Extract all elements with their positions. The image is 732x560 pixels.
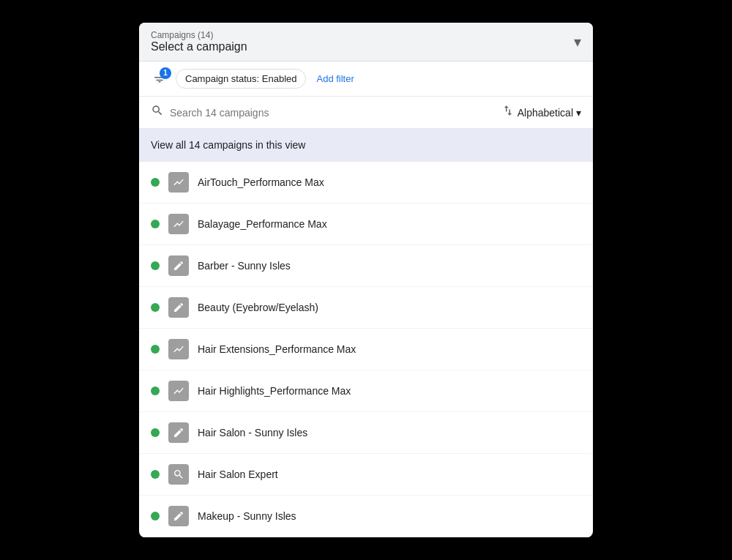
add-filter-button[interactable]: Add filter bbox=[313, 70, 356, 88]
search-sort-bar: Alphabetical ▾ bbox=[139, 97, 593, 129]
campaign-item[interactable]: Hair Extensions_Performance Max bbox=[139, 329, 593, 370]
select-campaign-label: Select a campaign bbox=[151, 40, 247, 53]
campaign-item[interactable]: Hair Salon Expert bbox=[139, 454, 593, 496]
sort-icon bbox=[501, 104, 515, 121]
status-dot bbox=[151, 470, 160, 479]
search-icon bbox=[151, 104, 164, 121]
campaign-type-icon bbox=[168, 506, 189, 526]
campaign-name: Hair Highlights_Performance Max bbox=[198, 385, 351, 397]
status-dot bbox=[151, 220, 160, 228]
filter-badge: 1 bbox=[160, 67, 171, 79]
status-dot bbox=[151, 428, 160, 437]
campaign-type-icon bbox=[168, 381, 189, 401]
status-dot bbox=[151, 303, 160, 312]
sort-dropdown-icon: ▾ bbox=[576, 107, 581, 119]
campaign-name: Hair Salon Expert bbox=[198, 468, 278, 480]
status-dot bbox=[151, 512, 160, 520]
view-all-row[interactable]: View all 14 campaigns in this view bbox=[139, 129, 593, 162]
campaign-name: Hair Salon - Sunny Isles bbox=[198, 427, 307, 438]
filter-icon-wrap[interactable]: 1 bbox=[151, 70, 168, 88]
campaign-name: Hair Extensions_Performance Max bbox=[198, 343, 356, 355]
dropdown-icon: ▾ bbox=[574, 33, 581, 51]
status-dot bbox=[151, 387, 160, 395]
campaign-name: Balayage_Performance Max bbox=[198, 218, 327, 230]
campaign-list: AirTouch_Performance Max Balayage_Perfor… bbox=[139, 162, 593, 537]
campaign-item[interactable]: Beauty (Eyebrow/Eyelash) bbox=[139, 287, 593, 329]
campaign-type-icon bbox=[168, 297, 189, 318]
campaign-panel: Campaigns (14) Select a campaign ▾ 1 Cam… bbox=[139, 23, 593, 537]
campaign-name: Makeup - Sunny Isles bbox=[198, 510, 296, 522]
campaign-item[interactable]: Makeup - Sunny Isles bbox=[139, 496, 593, 537]
campaign-type-icon bbox=[168, 255, 189, 276]
campaign-item[interactable]: Hair Highlights_Performance Max bbox=[139, 370, 593, 412]
status-dot bbox=[151, 178, 160, 187]
status-dot bbox=[151, 345, 160, 354]
search-wrap bbox=[151, 104, 501, 121]
campaign-item[interactable]: Barber - Sunny Isles bbox=[139, 245, 593, 287]
campaign-name: Barber - Sunny Isles bbox=[198, 260, 291, 272]
status-dot bbox=[151, 261, 160, 270]
sort-label: Alphabetical bbox=[518, 107, 573, 119]
campaign-type-icon bbox=[168, 214, 189, 234]
campaigns-count-label: Campaigns (14) bbox=[151, 30, 247, 40]
sort-button[interactable]: Alphabetical ▾ bbox=[501, 104, 581, 121]
campaign-item[interactable]: AirTouch_Performance Max bbox=[139, 162, 593, 204]
campaign-type-icon bbox=[168, 172, 189, 193]
campaign-item[interactable]: Balayage_Performance Max bbox=[139, 204, 593, 245]
campaign-name: AirTouch_Performance Max bbox=[198, 176, 324, 188]
campaign-item[interactable]: Hair Salon - Sunny Isles bbox=[139, 412, 593, 454]
campaign-type-icon bbox=[168, 464, 189, 485]
campaign-name: Beauty (Eyebrow/Eyelash) bbox=[198, 302, 318, 313]
campaign-selector-header[interactable]: Campaigns (14) Select a campaign ▾ bbox=[139, 23, 593, 61]
filter-bar: 1 Campaign status: Enabled Add filter bbox=[139, 61, 593, 97]
campaign-selector-content: Campaigns (14) Select a campaign bbox=[151, 30, 247, 53]
campaign-type-icon bbox=[168, 422, 189, 443]
view-all-label: View all 14 campaigns in this view bbox=[151, 139, 305, 151]
status-filter-chip[interactable]: Campaign status: Enabled bbox=[176, 69, 306, 89]
campaign-type-icon bbox=[168, 339, 189, 359]
search-input[interactable] bbox=[170, 107, 501, 119]
